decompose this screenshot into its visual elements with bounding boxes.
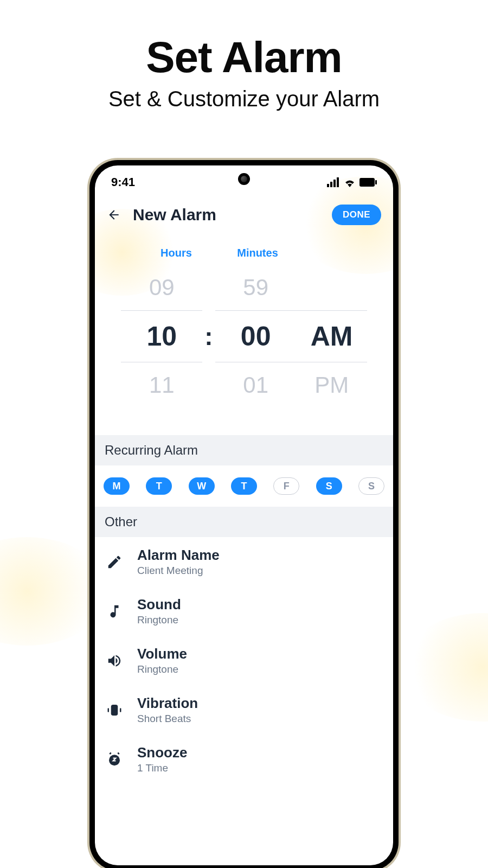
done-button[interactable]: DONE <box>332 205 381 225</box>
minutes-label: Minutes <box>217 247 298 259</box>
music-icon <box>105 602 124 621</box>
minute-picker[interactable]: 59 00 01 <box>215 265 297 408</box>
promo-subtitle: Set & Customize your Alarm <box>0 87 488 111</box>
signal-icon <box>327 177 340 187</box>
wifi-icon <box>343 177 356 187</box>
svg-rect-7 <box>108 708 110 712</box>
day-chip-tue[interactable]: T <box>146 477 172 495</box>
hour-selected: 10 <box>121 310 202 362</box>
hours-label: Hours <box>136 247 217 259</box>
setting-sub: Client Meeting <box>137 565 383 577</box>
hour-next: 11 <box>121 362 202 408</box>
setting-sound[interactable]: Sound Ringtone <box>95 586 393 636</box>
setting-vibration[interactable]: Vibration Short Beats <box>95 685 393 735</box>
page-title: New Alarm <box>133 206 216 224</box>
hour-picker[interactable]: 09 10 11 <box>121 265 202 408</box>
setting-sub: 1 Time <box>137 762 383 774</box>
svg-rect-2 <box>333 180 336 187</box>
volume-icon <box>105 651 124 671</box>
time-colon: : <box>202 322 215 351</box>
setting-title: Vibration <box>137 695 383 712</box>
ampm-selected: AM <box>297 310 367 362</box>
status-time: 9:41 <box>111 175 135 189</box>
hour-prev: 09 <box>121 265 202 310</box>
day-chip-sun[interactable]: S <box>358 477 384 495</box>
time-picker[interactable]: Hours Minutes 09 10 11 : 59 00 01 <box>95 231 393 435</box>
minute-next: 01 <box>215 362 297 408</box>
setting-title: Sound <box>137 596 383 613</box>
pencil-icon <box>105 552 124 572</box>
setting-snooze[interactable]: Snooze 1 Time <box>95 735 393 784</box>
back-icon[interactable] <box>107 208 121 222</box>
setting-volume[interactable]: Volume Ringtone <box>95 636 393 685</box>
svg-rect-4 <box>359 178 375 187</box>
svg-rect-3 <box>337 177 339 187</box>
day-chip-thu[interactable]: T <box>231 477 257 495</box>
svg-rect-0 <box>327 184 329 187</box>
svg-rect-6 <box>111 705 118 716</box>
battery-icon <box>359 178 377 187</box>
camera-cutout <box>238 173 250 185</box>
setting-title: Volume <box>137 646 383 662</box>
vibration-icon <box>105 700 124 720</box>
day-chip-sat[interactable]: S <box>316 477 342 495</box>
setting-title: Snooze <box>137 744 383 761</box>
other-header: Other <box>95 507 393 537</box>
status-icons <box>327 177 377 187</box>
ampm-picker[interactable]: AM PM <box>297 265 367 408</box>
svg-rect-8 <box>120 708 121 712</box>
svg-rect-5 <box>375 180 377 184</box>
day-chip-fri[interactable]: F <box>273 477 299 495</box>
settings-list: Alarm Name Client Meeting Sound Ringtone <box>95 537 393 784</box>
minute-selected: 00 <box>215 310 297 362</box>
recurring-header: Recurring Alarm <box>95 435 393 465</box>
phone-frame: 9:41 New Alarm DONE Hours Minutes <box>89 160 399 868</box>
snooze-icon <box>105 750 124 769</box>
promo-title: Set Alarm <box>0 33 488 82</box>
days-row: M T W T F S S <box>95 465 393 507</box>
promo-header: Set Alarm Set & Customize your Alarm <box>0 0 488 111</box>
app-header: New Alarm DONE <box>95 189 393 231</box>
minute-prev: 59 <box>215 265 297 310</box>
day-chip-wed[interactable]: W <box>189 477 215 495</box>
svg-rect-1 <box>330 182 332 187</box>
setting-sub: Ringtone <box>137 663 383 675</box>
phone-screen: 9:41 New Alarm DONE Hours Minutes <box>95 165 393 865</box>
setting-sub: Short Beats <box>137 713 383 725</box>
setting-title: Alarm Name <box>137 547 383 564</box>
day-chip-mon[interactable]: M <box>104 477 130 495</box>
ampm-prev <box>297 265 367 310</box>
setting-alarm-name[interactable]: Alarm Name Client Meeting <box>95 537 393 586</box>
setting-sub: Ringtone <box>137 614 383 626</box>
ampm-next: PM <box>297 362 367 408</box>
